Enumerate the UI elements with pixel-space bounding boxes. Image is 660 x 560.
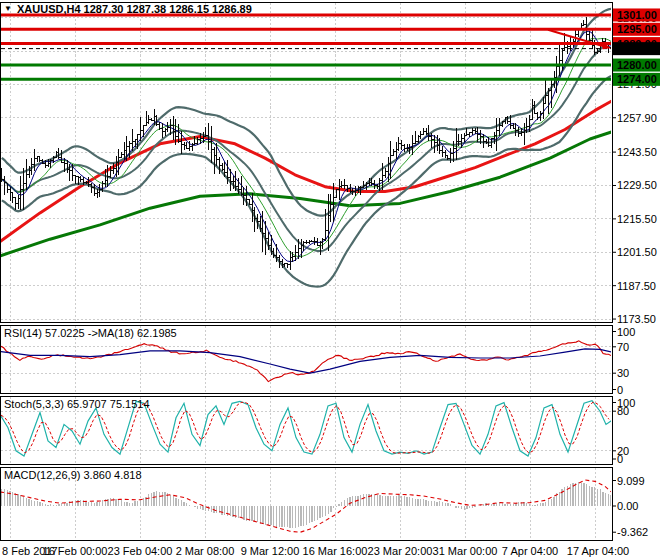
rsi-tick-label: 30	[617, 367, 629, 379]
time-axis: 8 Feb 201716 Feb 00:0023 Feb 04:002 Mar …	[2, 545, 629, 557]
macd-tick-label: 0.00	[617, 500, 638, 512]
rsi-tick-label: 100	[617, 326, 635, 338]
price-badges: 1301.001295.001289.001280.001274.001286.…	[613, 8, 660, 85]
bollinger-upper	[2, 9, 611, 216]
x-axis-label: 17 Apr 04:00	[567, 545, 629, 557]
rsi-tick-label: 70	[617, 341, 629, 353]
y-tick-label: 1243.50	[617, 146, 657, 158]
support-badge-label: 1280.00	[617, 59, 657, 71]
rsi-ma-line	[0, 349, 612, 373]
rsi-indicator-label: RSI(14) 57.0225 ->MA(18) 62.1985	[4, 327, 177, 340]
symbol-dropdown-icon[interactable]: ▼	[4, 4, 12, 13]
current-price-badge-label: 1286.89	[617, 43, 657, 55]
macd-histogram	[2, 482, 611, 529]
y-tick-label: 1187.50	[617, 280, 656, 292]
ma-red-line	[0, 101, 612, 242]
x-axis-label: 16 Mar 16:00	[303, 545, 368, 557]
x-axis-label: 23 Mar 20:00	[368, 545, 433, 557]
x-axis-label: 31 Mar 00:00	[433, 545, 498, 557]
y-tick-label: 1229.50	[617, 179, 657, 191]
chart-window: 1299.901285.901271.901257.901243.501229.…	[0, 0, 660, 560]
macd-indicator-label: MACD(12,26,9) 3.860 4.818	[4, 469, 142, 482]
x-axis-label: 16 Feb 00:00	[43, 545, 108, 557]
x-axis-label: 2 Mar 08:00	[176, 545, 235, 557]
bollinger-middle	[2, 43, 611, 252]
stoch-tick-label: 0	[617, 453, 623, 465]
macd-tick-label: -9.362	[617, 526, 648, 538]
ma-thin-green	[2, 39, 611, 257]
panel-frames	[1, 3, 613, 541]
y-tick-label: 1201.50	[617, 246, 657, 258]
candlesticks	[0, 17, 613, 271]
rsi-tick-label: 0	[617, 384, 623, 396]
resistance-badge-label: 1295.00	[617, 23, 657, 35]
chart-title: XAUUSD,H4 1287.30 1287.38 1286.15 1286.8…	[17, 3, 252, 16]
price-axis: 1299.901285.901271.901257.901243.501229.…	[613, 12, 657, 539]
x-axis-label: 23 Feb 04:00	[108, 545, 173, 557]
stoch-tick-label: 80	[617, 405, 629, 417]
macd-panel	[0, 480, 612, 532]
grid-lines	[1, 3, 612, 541]
support-badge-label: 1274.00	[617, 73, 657, 85]
x-axis-label: 9 Mar 12:00	[241, 545, 300, 557]
resistance-badge-label: 1301.00	[617, 9, 657, 21]
y-tick-label: 1257.90	[617, 112, 657, 124]
x-axis-label: 7 Apr 04:00	[502, 545, 558, 557]
macd-tick-label: 9.099	[617, 475, 645, 487]
y-tick-label: 1215.50	[617, 213, 657, 225]
y-tick-label: 1173.50	[617, 313, 656, 325]
stoch-indicator-label: Stoch(5,3,3) 65.9707 75.1514	[4, 398, 150, 411]
